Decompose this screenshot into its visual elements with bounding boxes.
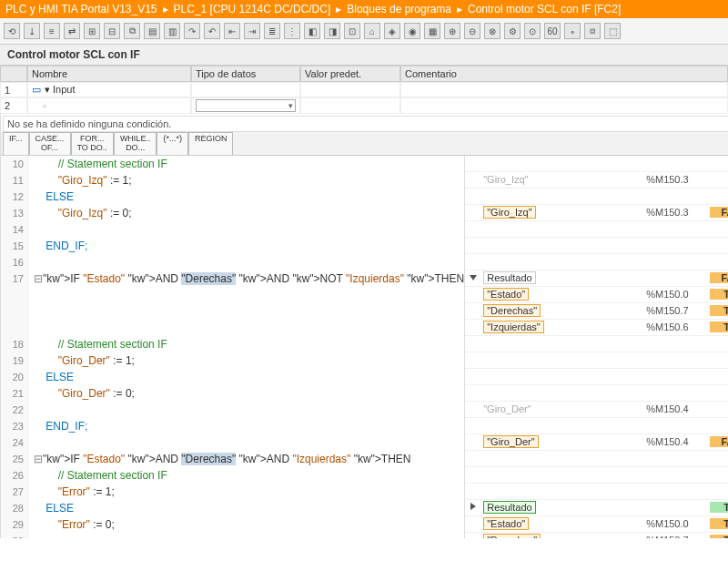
toolbar-button[interactable]: ▦ (424, 23, 440, 39)
toolbar-button[interactable]: ↷ (184, 23, 200, 39)
toolbar-button[interactable]: ⌂ (364, 23, 380, 39)
toolbar-button[interactable]: ⊡ (344, 23, 360, 39)
toolbar-button[interactable]: ◧ (304, 23, 320, 39)
toolbar-button[interactable]: ⬚ (604, 23, 621, 39)
code-line[interactable]: // Statement section IF (34, 156, 464, 172)
toolbar-button[interactable]: ∘ (564, 23, 581, 39)
code-line[interactable]: "Giro_Der" := 0; (34, 385, 464, 402)
toolbar-button[interactable]: ≣ (264, 23, 280, 39)
code-line[interactable] (34, 320, 464, 336)
code-line[interactable]: END_IF; (34, 238, 464, 254)
no-condition-msg: No se ha definido ninguna condición. (3, 116, 728, 132)
toolbar-button[interactable]: ◉ (404, 23, 420, 39)
monitor-row: "Derechas"%M150.7TRUE (465, 303, 728, 320)
code-line[interactable]: ELSE (34, 500, 464, 516)
toolbar-button[interactable]: ⤓ (24, 23, 40, 39)
code-line[interactable]: "Error" := 1; (34, 484, 464, 500)
toolbar-button[interactable]: ◨ (324, 23, 340, 39)
monitor-row: "Izquierdas"%M150.6TRUE (465, 320, 728, 336)
toolbar-button[interactable]: ⊗ (484, 23, 500, 39)
variable-monitor: "Giro_Izq"%M150.3"Giro_Izq"%M150.3FALSER… (464, 156, 728, 538)
code-line[interactable]: "Giro_Der" := 1; (34, 352, 464, 369)
breadcrumb-item[interactable]: Control motor SCL con IF [FC2] (468, 3, 621, 15)
code-line[interactable]: // Statement section IF (34, 336, 464, 352)
code-line[interactable]: "Giro_Izq" := 1; (34, 172, 464, 189)
code-line[interactable] (34, 287, 464, 303)
code-line[interactable]: END_IF; (34, 418, 464, 434)
snippet-tab[interactable]: FOR...TO DO.. (71, 132, 114, 155)
monitor-row: ResultadoTRUE (465, 500, 728, 516)
monitor-row: "Giro_Izq"%M150.3FALSE (465, 205, 728, 221)
code-line[interactable]: "Error" := 0; (34, 516, 464, 533)
iface-header: Tipo de datos (191, 66, 300, 82)
monitor-row (465, 484, 728, 500)
monitor-row (465, 189, 728, 205)
snippet-tab[interactable]: IF... (3, 132, 29, 155)
toolbar-button[interactable]: ⊙ (524, 23, 541, 39)
breadcrumb-item[interactable]: PLC y HMI TIA Portal V13_V15 (5, 3, 157, 15)
toolbar-button[interactable]: ⧈ (584, 23, 601, 39)
code-line[interactable]: "Giro_Izq" := 0; (34, 205, 464, 221)
monitor-row (465, 385, 728, 402)
toolbar-button[interactable]: 60 (544, 23, 561, 39)
toolbar-button[interactable]: ⧉ (124, 23, 140, 39)
monitor-row (465, 254, 728, 270)
monitor-row (465, 418, 728, 434)
code-line[interactable]: // Statement section IF (34, 467, 464, 484)
code-line[interactable] (34, 434, 464, 451)
code-editor[interactable]: // Statement section IF "Giro_Izq" := 1;… (28, 156, 464, 538)
snippet-tab[interactable]: (*...*) (157, 132, 188, 155)
code-line[interactable]: ⊟"kw">IF "Estado" "kw">AND "Derechas" "k… (34, 270, 464, 287)
code-line[interactable] (34, 303, 464, 320)
toolbar-button[interactable]: ≡ (44, 23, 60, 39)
code-line[interactable] (34, 221, 464, 238)
code-line[interactable] (34, 402, 464, 418)
toolbar: ⟲⤓≡⇄⊞⊟⧉▤▥↷↶⇤⇥≣⋮◧◨⊡⌂◈◉▦⊕⊖⊗⚙⊙60∘⧈⬚ (0, 18, 728, 45)
monitor-row (465, 238, 728, 254)
type-dropdown[interactable] (196, 99, 296, 112)
monitor-row: ResultadoFALSE (465, 270, 728, 287)
snippet-tabs: IF...CASE...OF...FOR...TO DO..WHILE..DO.… (1, 132, 728, 156)
monitor-row: "Giro_Der"%M150.4FALSE (465, 434, 728, 451)
toolbar-button[interactable]: ⟲ (4, 23, 20, 39)
iface-header (0, 66, 27, 82)
toolbar-button[interactable]: ⊕ (444, 23, 460, 39)
toolbar-button[interactable]: ⚙ (504, 23, 521, 39)
snippet-tab[interactable]: CASE...OF... (29, 132, 71, 155)
monitor-row (465, 221, 728, 238)
monitor-row: "Derechas"%M150.7TRUE (465, 533, 728, 538)
toolbar-button[interactable]: ⇄ (64, 23, 80, 39)
toolbar-button[interactable]: ▥ (164, 23, 180, 39)
monitor-row (465, 467, 728, 484)
code-line[interactable]: ELSE (34, 369, 464, 385)
toolbar-button[interactable]: ⇤ (224, 23, 240, 39)
toolbar-button[interactable]: ▤ (144, 23, 160, 39)
toolbar-button[interactable]: ⊟ (104, 23, 120, 39)
iface-name-cell[interactable]: ▫ (27, 97, 191, 114)
iface-header: Nombre (27, 66, 191, 82)
breadcrumb: PLC y HMI TIA Portal V13_V15▸PLC_1 [CPU … (0, 0, 728, 18)
monitor-row: "Giro_Izq"%M150.3 (465, 172, 728, 189)
iface-name-cell[interactable]: ▭ ▾ Input (27, 82, 191, 97)
monitor-row (465, 451, 728, 467)
monitor-row (465, 156, 728, 172)
monitor-row: "Giro_Der"%M150.4 (465, 402, 728, 418)
toolbar-button[interactable]: ⊖ (464, 23, 480, 39)
code-line[interactable] (34, 533, 464, 538)
code-line[interactable]: ⊟"kw">IF "Estado" "kw">AND "Derechas" "k… (34, 451, 464, 467)
code-line[interactable]: ELSE (34, 189, 464, 205)
toolbar-button[interactable]: ⇥ (244, 23, 260, 39)
line-numbers: 1011121314151617181920212223242526272829… (1, 156, 28, 538)
snippet-tab[interactable]: WHILE..DO... (114, 132, 157, 155)
page-title: Control motor SCL con IF (0, 45, 728, 66)
code-line[interactable] (34, 254, 464, 270)
toolbar-button[interactable]: ⋮ (284, 23, 300, 39)
interface-table: NombreTipo de datosValor predet.Comentar… (0, 66, 728, 114)
breadcrumb-item[interactable]: PLC_1 [CPU 1214C DC/DC/DC] (174, 3, 331, 15)
snippet-tab[interactable]: REGION (188, 132, 234, 155)
toolbar-button[interactable]: ⊞ (84, 23, 100, 39)
toolbar-button[interactable]: ◈ (384, 23, 400, 39)
toolbar-button[interactable]: ↶ (204, 23, 220, 39)
breadcrumb-item[interactable]: Bloques de programa (347, 3, 451, 15)
monitor-row: "Estado"%M150.0TRUE (465, 287, 728, 303)
